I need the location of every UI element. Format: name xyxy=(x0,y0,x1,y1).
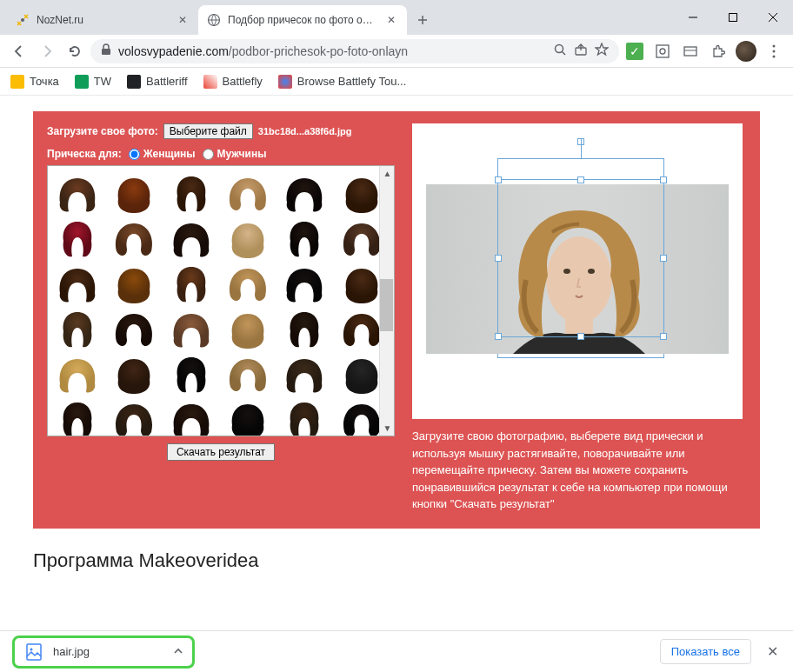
ext-icon-1[interactable] xyxy=(650,39,675,63)
hairstyle-thumbnail[interactable] xyxy=(108,309,160,350)
menu-icon[interactable] xyxy=(762,39,786,63)
hairstyle-thumbnail[interactable] xyxy=(278,399,330,436)
close-icon[interactable]: ✕ xyxy=(176,13,190,27)
svg-rect-3 xyxy=(102,49,110,55)
download-filename: hair.jpg xyxy=(53,645,164,658)
resize-handle-nw[interactable] xyxy=(495,176,502,183)
hairstyle-thumbnail[interactable] xyxy=(278,354,330,396)
new-tab-button[interactable] xyxy=(410,8,435,32)
hairstyle-thumbnail[interactable] xyxy=(222,309,274,350)
chevron-up-icon[interactable] xyxy=(173,644,183,660)
hairstyle-thumbnail[interactable] xyxy=(108,173,160,215)
hairstyle-thumbnail[interactable] xyxy=(222,399,274,436)
browser-tab-active[interactable]: Подбор причесок по фото онла ✕ xyxy=(198,5,407,35)
close-icon[interactable]: ✕ xyxy=(384,13,398,27)
hairstyle-thumbnail[interactable] xyxy=(51,399,103,436)
svg-point-11 xyxy=(773,55,776,57)
svg-point-7 xyxy=(660,49,665,54)
hairstyle-thumbnail[interactable] xyxy=(165,263,217,305)
window-controls xyxy=(673,0,793,35)
gender-female-radio[interactable] xyxy=(129,149,140,160)
forward-button[interactable] xyxy=(35,39,59,63)
svg-point-17 xyxy=(30,648,33,650)
hairstyle-thumbnail[interactable] xyxy=(165,218,217,260)
tab-favicon xyxy=(16,13,30,27)
share-icon[interactable] xyxy=(574,43,588,59)
svg-point-10 xyxy=(773,50,776,52)
hairstyle-thumbnail[interactable] xyxy=(278,173,330,215)
instructions-text: Загрузите свою фотографию, выберете вид … xyxy=(412,428,743,513)
scrollbar[interactable]: ▲ ▼ xyxy=(379,166,394,436)
resize-handle-n[interactable] xyxy=(577,176,584,183)
minimize-button[interactable] xyxy=(673,0,713,35)
hairstyle-thumbnail[interactable] xyxy=(108,218,160,260)
hairstyle-thumbnail[interactable] xyxy=(108,399,160,436)
hairstyle-thumbnail[interactable] xyxy=(222,263,274,305)
ext-icon-2[interactable] xyxy=(678,39,703,63)
lock-icon xyxy=(101,43,111,58)
hairstyle-thumbnail[interactable] xyxy=(108,263,160,305)
close-window-button[interactable] xyxy=(753,0,793,35)
star-icon[interactable] xyxy=(595,43,609,59)
hairstyle-thumbnail[interactable] xyxy=(108,354,160,396)
gender-male-radio[interactable] xyxy=(203,149,214,160)
image-file-icon xyxy=(23,642,44,662)
hairstyle-thumbnail[interactable] xyxy=(51,218,103,260)
hairstyle-thumbnail[interactable] xyxy=(222,173,274,215)
window-titlebar: NozNet.ru ✕ Подбор причесок по фото онла… xyxy=(0,0,793,35)
close-downloads-bar[interactable]: ✕ xyxy=(763,643,781,660)
hairstyle-thumbnail[interactable] xyxy=(222,354,274,396)
hairstyle-thumbnail[interactable] xyxy=(278,309,330,350)
maximize-button[interactable] xyxy=(713,0,753,35)
bookmark-item[interactable]: Browse Battlefy Tou... xyxy=(278,75,407,89)
svg-rect-16 xyxy=(27,644,41,660)
gender-row: Прическа для: Женщины Мужчины xyxy=(47,148,395,160)
download-result-button[interactable]: Скачать результат xyxy=(167,443,275,461)
resize-handle-se[interactable] xyxy=(660,333,667,340)
upload-label: Загрузите свое фото: xyxy=(47,125,158,137)
bookmark-item[interactable]: Battlefly xyxy=(203,75,263,89)
download-item[interactable]: hair.jpg xyxy=(12,635,195,669)
hairstyle-thumbnail[interactable] xyxy=(51,173,103,215)
extensions-icon[interactable] xyxy=(706,39,730,63)
browser-tab-inactive[interactable]: NozNet.ru ✕ xyxy=(7,5,198,35)
hairstyle-thumbnail[interactable] xyxy=(165,354,217,396)
svg-point-9 xyxy=(773,44,776,47)
resize-handle-e[interactable] xyxy=(660,255,667,262)
hairstyle-thumbnail[interactable] xyxy=(222,218,274,260)
hairstyle-grid: ▲ ▼ xyxy=(47,165,395,436)
bookmark-item[interactable]: TW xyxy=(75,75,111,89)
left-column: Загрузите свое фото: Выберите файл 31bc1… xyxy=(47,123,395,513)
resize-handle-s[interactable] xyxy=(577,333,584,340)
ext-checkmark-icon[interactable]: ✓ xyxy=(623,39,647,63)
hairstyle-thumbnail[interactable] xyxy=(165,309,217,350)
hairstyle-thumbnail[interactable] xyxy=(51,354,103,396)
svg-rect-8 xyxy=(684,47,696,56)
resize-frame[interactable] xyxy=(497,179,664,337)
search-icon[interactable] xyxy=(553,43,567,59)
hairstyle-thumbnail[interactable] xyxy=(278,263,330,305)
scroll-down-icon[interactable]: ▼ xyxy=(380,421,395,436)
hairstyle-thumbnail[interactable] xyxy=(165,399,217,436)
resize-handle-sw[interactable] xyxy=(495,333,502,340)
svg-rect-2 xyxy=(730,14,737,22)
back-button[interactable] xyxy=(7,39,31,63)
resize-handle-w[interactable] xyxy=(495,255,502,262)
address-bar[interactable]: volosvypadenie.com/podbor-prichesok-po-f… xyxy=(90,39,619,63)
choose-file-button[interactable]: Выберите файл xyxy=(163,123,253,139)
scroll-thumb[interactable] xyxy=(380,279,393,331)
hairstyle-thumbnail[interactable] xyxy=(51,263,103,305)
profile-avatar[interactable] xyxy=(734,39,758,63)
section-heading: Программа Makeoveridea xyxy=(33,549,760,572)
resize-handle-ne[interactable] xyxy=(660,176,667,183)
scroll-up-icon[interactable]: ▲ xyxy=(380,166,395,181)
hairstyle-thumbnail[interactable] xyxy=(51,309,103,350)
show-all-downloads-button[interactable]: Показать все xyxy=(660,639,751,664)
bookmark-item[interactable]: Точка xyxy=(10,75,59,89)
bookmark-item[interactable]: Battleriff xyxy=(127,75,187,89)
preview-canvas[interactable] xyxy=(412,123,743,419)
hairstyle-thumbnail[interactable] xyxy=(278,218,330,260)
downloads-bar: hair.jpg Показать все ✕ xyxy=(0,630,793,672)
reload-button[interactable] xyxy=(63,39,87,63)
hairstyle-thumbnail[interactable] xyxy=(165,173,217,215)
